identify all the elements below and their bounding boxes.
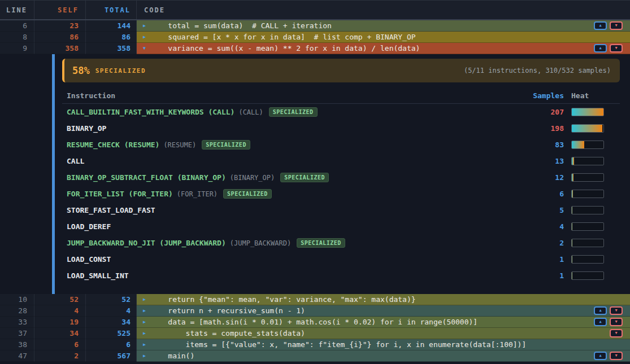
samples-value: 198 — [551, 124, 564, 133]
heat-cell — [571, 222, 604, 231]
line-number: 28 — [0, 305, 34, 317]
code-line-row[interactable]: 88686▶ squared = [x * x for x in data] #… — [0, 32, 630, 43]
instruction-row: BINARY_OP_SUBTRACT_FLOAT (BINARY_OP)(BIN… — [62, 169, 620, 186]
jump-down-button[interactable]: ▼ — [610, 44, 623, 52]
heat-bar-fill — [572, 223, 572, 230]
instruction-name-cell: LOAD_SMALL_INT — [67, 271, 524, 280]
line-number: 33 — [0, 317, 34, 328]
line-number: 9 — [0, 43, 34, 54]
collapse-row-icon[interactable]: ▼ — [143, 46, 149, 51]
code-cell: ▼ variance = sum((x - mean) ** 2 for x i… — [137, 43, 630, 54]
profiler-app: LINE SELF TOTAL CODE 623144▶ total = sum… — [0, 0, 630, 362]
expand-row-icon[interactable]: ▶ — [143, 23, 149, 28]
line-number: 38 — [0, 339, 34, 350]
expand-row-icon[interactable]: ▶ — [143, 34, 149, 40]
self-samples: 358 — [34, 43, 86, 54]
expand-row-icon[interactable]: ▶ — [143, 297, 149, 302]
expand-row-icon[interactable]: ▶ — [143, 342, 149, 347]
heat-bar-fill — [572, 239, 572, 247]
jump-down-button[interactable]: ▼ — [610, 21, 623, 30]
samples-cell: 13 — [524, 157, 564, 165]
code-line-row[interactable]: 3734525▶ stats = compute_stats(data)▼ — [0, 328, 630, 339]
jump-up-button[interactable]: ▲ — [594, 352, 607, 360]
code-line-row[interactable]: 3866▶ items = [{"value": x, "name": f"it… — [0, 339, 630, 350]
heat-bar-track — [571, 124, 604, 133]
source-code-text: variance = sum((x - mean) ** 2 for x in … — [150, 44, 420, 52]
samples-value: 6 — [559, 190, 564, 198]
self-samples: 86 — [34, 32, 86, 43]
source-code-text: data = [math.sin(i * 0.01) + math.cos(i … — [150, 318, 477, 326]
self-samples: 34 — [34, 328, 86, 339]
row-nav-buttons: ▲▼ — [591, 318, 630, 326]
heat-bar-fill — [572, 108, 603, 116]
samples-cell: 198 — [524, 124, 564, 133]
total-samples: 4 — [86, 305, 137, 317]
code-line-row[interactable]: 331934▶ data = [math.sin(i * 0.01) + mat… — [0, 317, 630, 328]
source-code-text: squared = [x * x for x in data] # list c… — [150, 33, 416, 41]
instruction-row: JUMP_BACKWARD_NO_JIT (JUMP_BACKWARD)(JUM… — [62, 235, 620, 251]
code-line-row[interactable]: 9358358▼ variance = sum((x - mean) ** 2 … — [0, 43, 630, 54]
expand-row-icon[interactable]: ▶ — [143, 353, 149, 358]
specialized-badge: SPECIALIZED — [269, 107, 318, 117]
code-rows-top: 623144▶ total = sum(data) # CALL + itera… — [0, 20, 630, 54]
instruction-name: LOAD_CONST — [67, 255, 111, 264]
code-cell: ▶ items = [{"value": x, "name": f"item_{… — [137, 339, 630, 350]
heat-cell — [571, 239, 604, 247]
instruction-name-cell: JUMP_BACKWARD_NO_JIT (JUMP_BACKWARD)(JUM… — [67, 238, 524, 248]
jump-down-button[interactable]: ▼ — [610, 352, 623, 360]
instruction-row: RESUME_CHECK (RESUME)(RESUME)SPECIALIZED… — [62, 137, 620, 153]
code-cell: ▶ total = sum(data) # CALL + iteration▲▼ — [137, 20, 630, 32]
expand-row-icon[interactable]: ▶ — [143, 308, 149, 313]
heat-cell — [571, 108, 604, 116]
heat-cell — [571, 124, 604, 133]
specialized-label: SPECIALIZED — [95, 67, 146, 74]
jump-up-button[interactable]: ▲ — [594, 21, 607, 30]
line-number: 47 — [0, 350, 34, 362]
specialized-badge: SPECIALIZED — [202, 140, 250, 150]
instruction-name-cell: CALL_BUILTIN_FAST_WITH_KEYWORDS (CALL)(C… — [67, 107, 524, 117]
heat-cell — [571, 206, 604, 214]
instruction-name-cell: STORE_FAST_LOAD_FAST — [67, 206, 524, 214]
code-cell: ▶ stats = compute_stats(data)▼ — [137, 328, 630, 339]
self-samples: 6 — [34, 339, 86, 350]
instruction-row: LOAD_CONST1 — [62, 251, 620, 267]
instruction-name: RESUME_CHECK (RESUME) — [67, 141, 159, 149]
code-line-row[interactable]: 472567▶ main()▲▼ — [0, 350, 630, 362]
samples-cell: 1 — [524, 255, 564, 264]
specialized-badge: SPECIALIZED — [223, 189, 272, 199]
heat-bar-track — [571, 255, 604, 264]
heat-bar-fill — [572, 190, 573, 198]
jump-down-button[interactable]: ▼ — [610, 306, 623, 315]
self-samples: 19 — [34, 317, 86, 328]
code-line-row[interactable]: 623144▶ total = sum(data) # CALL + itera… — [0, 20, 630, 32]
heat-bar-fill — [572, 256, 572, 263]
samples-value: 5 — [559, 206, 564, 214]
instruction-name: CALL_BUILTIN_FAST_WITH_KEYWORDS (CALL) — [67, 108, 234, 116]
samples-value: 12 — [555, 173, 564, 182]
instruction-row: BINARY_OP198 — [62, 120, 620, 137]
jump-up-button[interactable]: ▲ — [594, 44, 607, 52]
instruction-name-cell: LOAD_DEREF — [67, 222, 524, 231]
source-code-text: return n + recursive_sum(n - 1) — [150, 306, 305, 315]
jump-up-button[interactable]: ▲ — [594, 306, 607, 315]
total-samples: 34 — [86, 317, 137, 328]
line-number: 8 — [0, 32, 34, 43]
base-opcode: (BINARY_OP) — [230, 174, 275, 182]
jump-down-button[interactable]: ▼ — [610, 318, 623, 326]
code-line-row[interactable]: 105252▶ return {"mean": mean, "var": var… — [0, 294, 630, 305]
heat-cell — [571, 190, 604, 198]
specialized-badge: SPECIALIZED — [280, 173, 329, 182]
row-nav-buttons: ▲▼ — [591, 306, 630, 315]
expand-row-icon[interactable]: ▶ — [143, 331, 149, 336]
instruction-name: CALL — [67, 157, 84, 165]
instruction-name-cell: LOAD_CONST — [67, 255, 524, 264]
heat-bar-track — [571, 222, 604, 231]
instruction-name: BINARY_OP — [67, 124, 106, 133]
line-number: 6 — [0, 20, 34, 32]
code-line-row[interactable]: 2844▶ return n + recursive_sum(n - 1)▲▼ — [0, 305, 630, 317]
instruction-name: LOAD_DEREF — [67, 222, 111, 231]
jump-down-button[interactable]: ▼ — [610, 329, 623, 337]
source-code-text: items = [{"value": x, "name": f"item_{i}… — [150, 340, 526, 349]
expand-row-icon[interactable]: ▶ — [143, 319, 149, 324]
jump-up-button[interactable]: ▲ — [594, 318, 607, 326]
